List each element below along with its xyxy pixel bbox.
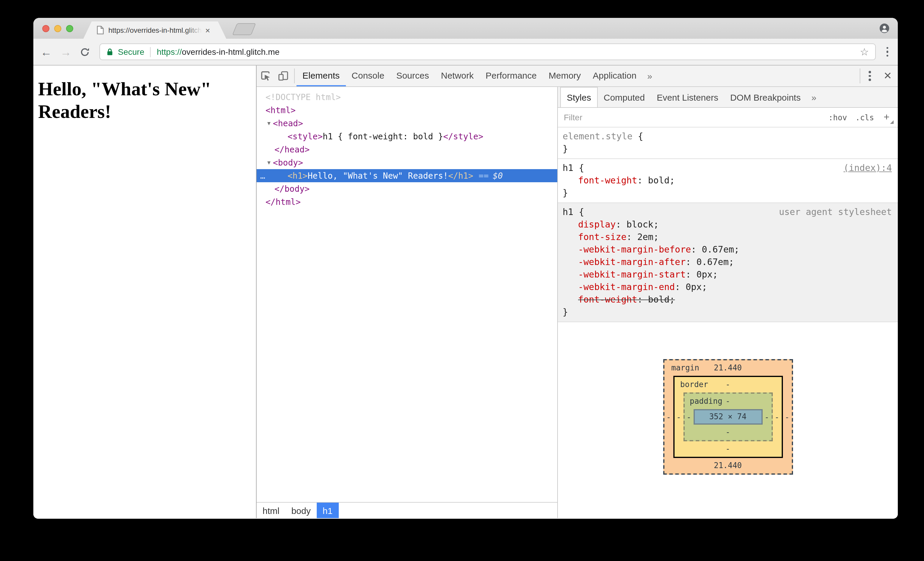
border-left-value[interactable]: - [674,393,683,441]
css-semicolon: ; [729,256,734,267]
breadcrumb-item-body[interactable]: body [285,502,317,518]
css-property-name[interactable]: -webkit-margin-after [578,256,686,267]
css-property[interactable]: -webkit-margin-after: 0.67em; [562,256,892,268]
tree-row[interactable]: <!DOCTYPE html> [256,90,557,104]
new-tab-button[interactable] [232,23,256,35]
css-property-value[interactable]: 0px [696,269,712,280]
css-property-name[interactable]: font-weight [578,175,638,186]
profile-icon[interactable] [879,23,890,33]
url-host: overrides-in-html.glitch.me [182,47,279,57]
css-property-name[interactable]: font-weight [578,294,638,305]
tab-close-icon[interactable]: × [205,26,210,34]
sidebar-tab-dom-breakpoints[interactable]: DOM Breakpoints [724,87,807,107]
browser-menu-icon[interactable] [884,45,891,59]
new-style-rule-button[interactable]: + [884,112,890,123]
css-property[interactable]: font-weight: bold; [562,174,892,187]
reload-button[interactable] [80,47,90,57]
browser-tab[interactable]: https://overrides-in-html.glitch × [83,21,226,39]
minimize-window-button[interactable] [54,25,62,32]
margin-top-value[interactable]: 21.440 [714,363,742,372]
border-top-value[interactable]: - [726,380,730,389]
padding-top-value[interactable]: - [726,397,730,406]
open-brace: { [573,207,584,218]
devtools-menu-icon[interactable] [862,66,878,86]
back-button[interactable]: ← [40,46,52,57]
new-style-rule-dropdown-icon [890,120,894,124]
css-property-name[interactable]: -webkit-margin-end [578,282,675,292]
css-property[interactable]: font-weight: bold; [562,294,892,306]
bookmark-star-icon[interactable]: ☆ [860,47,869,57]
border-label: border [680,377,708,393]
css-property[interactable]: -webkit-margin-before: 0.67em; [562,244,892,256]
tree-row[interactable]: </head> [256,143,557,156]
tree-token-eq: == [478,171,489,180]
sidebar-overflow-chevron[interactable]: » [807,87,821,107]
margin-label: margin [671,360,699,376]
css-property-value[interactable]: 0.67em [696,256,728,267]
tree-row[interactable]: ▼<head> [256,117,557,130]
tree-row[interactable]: …<h1>Hello, "What's New" Readers!</h1>==… [256,169,557,182]
close-window-button[interactable] [42,25,50,32]
devtools-tab-elements[interactable]: Elements [297,66,346,86]
tree-row[interactable]: </html> [256,195,557,208]
hov-toggle-button[interactable]: :hov [828,113,847,122]
box-model-content[interactable]: 352 × 74 [693,409,762,424]
css-property[interactable]: -webkit-margin-start: 0px; [562,268,892,281]
address-bar[interactable]: Secure https://overrides-in-html.glitch.… [99,44,876,60]
border-right-value[interactable]: - [772,393,782,441]
css-property-name[interactable]: -webkit-margin-start [578,269,686,280]
sidebar-tab-event-listeners[interactable]: Event Listeners [651,87,724,107]
devtools-tab-sources[interactable]: Sources [390,66,435,86]
css-property-value[interactable]: bold [648,175,669,186]
css-property-value[interactable]: 0.67em [702,244,734,255]
css-selector[interactable]: h1 [562,163,573,173]
devtools-tab-performance[interactable]: Performance [480,66,543,86]
tree-row[interactable]: <html> [256,104,557,117]
stylesheet-source-link[interactable]: (index):4 [843,162,892,174]
lock-icon [106,48,114,56]
tree-row[interactable]: </body> [256,182,557,195]
margin-right-value[interactable]: - [783,376,792,458]
css-selector[interactable]: element.style [562,131,633,142]
css-property-name[interactable]: display [578,219,616,230]
url-text: https://overrides-in-html.glitch.me [157,47,279,57]
padding-bottom-value[interactable]: - [726,428,730,436]
url-scheme: https:// [157,47,182,57]
css-property-value[interactable]: 2em [638,232,653,242]
margin-bottom-value[interactable]: 21.440 [714,461,742,470]
css-selector[interactable]: h1 [562,207,573,218]
panel-overflow-chevron[interactable]: » [642,66,657,86]
zoom-window-button[interactable] [66,25,73,32]
close-brace: } [562,143,892,155]
forward-button[interactable]: → [60,46,72,57]
css-property-value[interactable]: bold [648,294,669,305]
inspect-element-button[interactable] [256,66,274,86]
css-property-name[interactable]: -webkit-margin-before [578,244,691,255]
tree-token-doctype: <!DOCTYPE html> [266,92,341,102]
devtools-close-icon[interactable]: ✕ [878,66,898,86]
tree-row[interactable]: ▼<body> [256,156,557,169]
css-property-value[interactable]: block [627,219,653,230]
devtools-tab-console[interactable]: Console [346,66,390,86]
devtools-tab-memory[interactable]: Memory [543,66,587,86]
breadcrumb-item-h1[interactable]: h1 [317,502,339,518]
css-property[interactable]: font-size: 2em; [562,231,892,244]
sidebar-tab-styles[interactable]: Styles [560,87,598,107]
tree-row[interactable]: <style>h1 { font-weight: bold }</style> [256,130,557,143]
css-rule-header: element.style { [562,130,892,143]
css-property-name[interactable]: font-size [578,232,627,242]
padding-left-value[interactable]: - [684,409,693,424]
padding-right-value[interactable]: - [762,409,771,424]
devtools-tab-application[interactable]: Application [587,66,642,86]
devtools-tab-network[interactable]: Network [435,66,480,86]
sidebar-tab-computed[interactable]: Computed [598,87,651,107]
styles-filter-input[interactable]: Filter [564,112,582,122]
margin-left-value[interactable]: - [664,376,673,458]
device-toolbar-button[interactable] [274,66,292,86]
cls-toggle-button[interactable]: .cls [855,113,874,122]
css-property[interactable]: -webkit-margin-end: 0px; [562,281,892,294]
css-property[interactable]: display: block; [562,219,892,231]
breadcrumb-item-html[interactable]: html [256,502,285,518]
border-bottom-value[interactable]: - [726,444,730,453]
css-property-value[interactable]: 0px [686,282,702,292]
